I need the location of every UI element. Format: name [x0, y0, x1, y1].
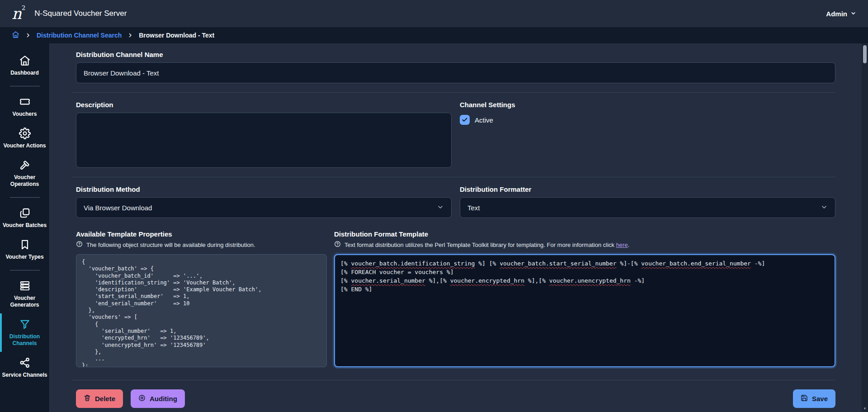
top-navbar: n 2 N-Squared Voucher Server Admin — [0, 0, 868, 27]
distribution-method-select[interactable]: Via Browser Download — [76, 197, 452, 218]
sidebar-item-label: Voucher Types — [5, 254, 43, 260]
section-divider — [71, 92, 835, 93]
chevron-right-icon — [127, 33, 133, 38]
funnel-icon — [19, 318, 31, 330]
sidebar-item-label: Voucher Operations — [2, 174, 47, 188]
chevron-down-icon — [437, 204, 444, 212]
template-properties-help: The following object structure will be a… — [86, 242, 255, 248]
template-editor-content: [% voucher_batch.identification_string %… — [340, 259, 829, 294]
app-title: N-Squared Voucher Server — [34, 9, 127, 18]
scrollbar-thumb[interactable] — [863, 45, 867, 63]
description-textarea[interactable] — [76, 113, 452, 168]
breadcrumb-current: Browser Download - Text — [139, 32, 214, 39]
ticket-icon — [19, 96, 31, 108]
active-checkbox[interactable] — [460, 115, 470, 125]
distribution-formatter-value: Text — [467, 204, 821, 212]
template-properties-label: Available Template Properties — [76, 230, 327, 238]
gear-icon — [19, 128, 31, 139]
bookmark-icon — [19, 239, 31, 251]
delete-button-label: Delete — [95, 395, 115, 403]
sidebar-item-distribution-channels[interactable]: Distribution Channels — [0, 313, 49, 352]
sidebar-item-label: Vouchers — [13, 111, 37, 118]
format-template-label: Distribution Format Template — [334, 230, 835, 238]
chevron-down-icon — [821, 204, 828, 212]
sidebar-item-voucher-actions[interactable]: Voucher Actions — [0, 123, 49, 154]
distribution-method-value: Via Browser Download — [84, 204, 437, 212]
section-divider — [71, 380, 835, 380]
sidebar-item-label: Distribution Channels — [2, 333, 47, 347]
sidebar-item-label: Dashboard — [10, 70, 39, 76]
sidebar-divider — [10, 197, 40, 198]
channel-settings-label: Channel Settings — [460, 101, 835, 109]
sidebar-item-voucher-generators[interactable]: Voucher Generators — [0, 275, 49, 313]
admin-menu[interactable]: Admin — [826, 10, 856, 18]
format-template-editor[interactable]: [% voucher_batch.identification_string %… — [334, 254, 835, 367]
help-circle-icon — [76, 241, 83, 249]
sidebar-item-service-channels[interactable]: Service Channels — [0, 352, 49, 384]
sidebar-divider — [10, 270, 40, 270]
main-content: Distribution Channel Name Description Ch… — [50, 43, 868, 412]
trash-icon — [84, 394, 91, 403]
chevron-right-icon — [25, 33, 31, 38]
breadcrumb-link-distribution-channel-search[interactable]: Distribution Channel Search — [37, 32, 122, 39]
distribution-formatter-label: Distribution Formatter — [460, 185, 835, 193]
sidebar-item-label: Voucher Actions — [3, 142, 46, 149]
server-icon — [19, 280, 31, 292]
sidebar-item-label: Voucher Generators — [2, 295, 47, 308]
distribution-method-label: Distribution Method — [76, 185, 452, 193]
delete-button[interactable]: Delete — [76, 389, 123, 408]
sidebar-divider — [10, 86, 40, 86]
record-circle-icon — [138, 394, 146, 403]
format-template-help: Text format distribution utilizes the Pe… — [344, 242, 629, 248]
gavel-icon — [19, 159, 31, 171]
sidebar-item-vouchers[interactable]: Vouchers — [0, 91, 49, 123]
breadcrumb: Distribution Channel Search Browser Down… — [0, 27, 868, 43]
sidebar: Dashboard Vouchers Voucher Actions Vouch… — [0, 43, 50, 412]
sidebar-item-label: Service Channels — [2, 372, 47, 379]
help-circle-icon — [334, 241, 341, 249]
home-icon[interactable] — [12, 31, 19, 40]
active-checkbox-label[interactable]: Active — [475, 116, 493, 124]
home-icon — [19, 55, 31, 66]
chevron-down-icon — [850, 10, 856, 18]
section-divider — [71, 177, 835, 177]
scrollbar-down-arrow[interactable]: ▼ — [862, 407, 868, 411]
sidebar-item-voucher-operations[interactable]: Voucher Operations — [0, 154, 49, 193]
template-properties-code: { 'voucher_batch' => { 'voucher_batch_id… — [82, 259, 321, 367]
admin-menu-label: Admin — [826, 10, 847, 18]
app-logo: n 2 — [12, 6, 25, 21]
channel-name-input[interactable] — [76, 62, 835, 83]
logo-n: n — [12, 6, 22, 21]
template-properties-code-block: { 'voucher_batch' => { 'voucher_batch_id… — [76, 254, 327, 367]
sidebar-item-dashboard[interactable]: Dashboard — [0, 50, 49, 81]
save-button[interactable]: Save — [793, 389, 835, 408]
sidebar-item-voucher-types[interactable]: Voucher Types — [0, 234, 49, 265]
more-info-link[interactable]: here — [616, 242, 628, 248]
page-scrollbar: ▼ — [862, 43, 868, 412]
save-button-label: Save — [812, 395, 828, 403]
auditing-button-label: Auditing — [150, 395, 177, 403]
description-label: Description — [76, 101, 452, 109]
sidebar-item-voucher-batches[interactable]: Voucher Batches — [0, 202, 49, 234]
share-icon — [19, 357, 31, 369]
distribution-formatter-select[interactable]: Text — [460, 197, 835, 218]
copy-icon — [19, 207, 31, 219]
logo-exponent: 2 — [22, 5, 25, 11]
auditing-button[interactable]: Auditing — [131, 389, 185, 408]
channel-name-label: Distribution Channel Name — [76, 51, 835, 58]
save-icon — [801, 394, 808, 403]
sidebar-item-label: Voucher Batches — [3, 222, 47, 229]
